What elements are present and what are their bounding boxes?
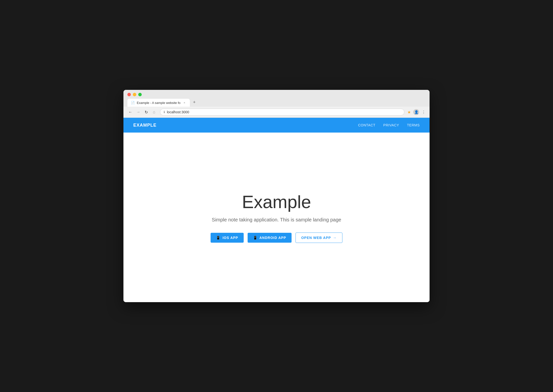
menu-icon[interactable]: ⋮ (422, 110, 426, 115)
forward-button[interactable]: → (135, 109, 141, 115)
android-app-label: ANDROID APP (259, 236, 286, 240)
close-button[interactable] (127, 93, 131, 96)
tab-title: Example - A sample website fo (137, 101, 180, 105)
android-icon: 📱 (253, 236, 257, 240)
tab-close-button[interactable]: × (182, 101, 186, 105)
security-icon: ℹ (164, 110, 165, 114)
browser-actions: ★ 👤 ⋮ (407, 109, 426, 115)
tab-bar: 📄 Example - A sample website fo × + (127, 99, 426, 107)
profile-avatar[interactable]: 👤 (413, 109, 419, 115)
open-web-app-button[interactable]: OPEN WEB APP → (296, 233, 342, 243)
website-content: EXAMPLE CONTACT PRIVACY TERMS Example Si… (123, 118, 430, 302)
url-bar[interactable]: ℹ localhost:3000 (160, 109, 404, 116)
site-nav: EXAMPLE CONTACT PRIVACY TERMS (123, 118, 430, 133)
address-bar: ← → ↻ ⌂ ℹ localhost:3000 ★ 👤 ⋮ (123, 107, 430, 118)
hero-subtitle: Simple note taking application. This is … (212, 217, 341, 223)
site-nav-links: CONTACT PRIVACY TERMS (358, 123, 420, 127)
home-button[interactable]: ⌂ (151, 109, 157, 115)
url-text: localhost:3000 (167, 110, 189, 114)
browser-window: 📄 Example - A sample website fo × + ← → … (123, 90, 430, 302)
minimize-button[interactable] (133, 93, 136, 96)
bookmark-icon[interactable]: ★ (407, 110, 411, 115)
new-tab-button[interactable]: + (191, 99, 198, 106)
nav-buttons: ← → ↻ ⌂ (127, 109, 157, 115)
ios-app-label: IOS APP (222, 236, 238, 240)
tab-favicon: 📄 (131, 101, 135, 105)
maximize-button[interactable] (138, 93, 142, 96)
nav-link-terms[interactable]: TERMS (407, 123, 420, 127)
hero-title: Example (242, 192, 311, 212)
hero-buttons: 📱 IOS APP 📱 ANDROID APP OPEN WEB APP → (211, 233, 342, 243)
web-app-label: OPEN WEB APP (301, 236, 331, 240)
nav-link-privacy[interactable]: PRIVACY (383, 123, 399, 127)
title-bar: 📄 Example - A sample website fo × + (123, 90, 430, 107)
android-app-button[interactable]: 📱 ANDROID APP (248, 233, 292, 243)
ios-icon: 📱 (216, 236, 220, 240)
ios-app-button[interactable]: 📱 IOS APP (211, 233, 243, 243)
nav-link-contact[interactable]: CONTACT (358, 123, 375, 127)
back-button[interactable]: ← (127, 109, 133, 115)
active-tab[interactable]: 📄 Example - A sample website fo × (127, 99, 190, 107)
traffic-lights (127, 93, 426, 96)
reload-button[interactable]: ↻ (143, 109, 149, 115)
hero-section: Example Simple note taking application. … (123, 133, 430, 302)
site-logo: EXAMPLE (133, 123, 157, 128)
arrow-icon: → (333, 236, 337, 240)
